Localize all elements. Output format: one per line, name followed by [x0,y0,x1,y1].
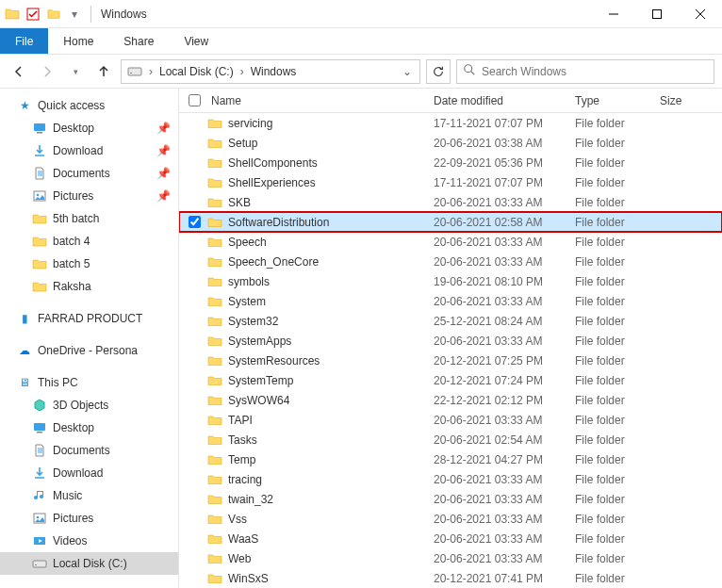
close-button[interactable] [679,0,722,28]
up-button[interactable] [92,60,115,83]
qat-folder-icon[interactable] [45,6,62,23]
nav-pc-item[interactable]: Desktop [0,416,178,439]
file-name-cell[interactable]: System [205,294,428,309]
nav-quick-access[interactable]: ★ Quick access [0,94,178,117]
back-button[interactable] [8,60,30,83]
qat-dropdown-icon[interactable]: ▾ [66,6,83,23]
table-row[interactable]: SysWOW64 22-12-2021 02:12 PM File folder [179,390,722,410]
table-row[interactable]: Setup 20-06-2021 03:38 AM File folder [179,133,722,153]
nav-pc-item[interactable]: Download [0,462,178,484]
table-row[interactable]: servicing 17-11-2021 07:07 PM File folde… [179,113,722,133]
column-type[interactable]: Type [569,94,654,107]
file-name-cell[interactable]: Tasks [205,433,428,448]
nav-pc-item[interactable]: Documents [0,439,178,462]
nav-pc-item[interactable]: 3D Objects [0,394,178,416]
table-row[interactable]: ShellExperiences 17-11-2021 07:07 PM Fil… [179,172,722,192]
nav-qa-item[interactable]: Desktop📌 [0,117,178,139]
table-row[interactable]: System32 25-12-2021 08:24 AM File folder [179,311,722,331]
nav-qa-item[interactable]: 5th batch [0,207,178,230]
table-row[interactable]: Vss 20-06-2021 03:33 AM File folder [179,509,722,529]
table-row[interactable]: TAPI 20-06-2021 03:33 AM File folder [179,410,722,430]
nav-qa-item[interactable]: Download📌 [0,139,178,162]
file-name-cell[interactable]: SystemTemp [205,373,428,388]
forward-button[interactable] [36,60,58,83]
nav-qa-item[interactable]: Documents📌 [0,162,178,185]
file-name-cell[interactable]: ShellExperiences [205,175,428,190]
table-row[interactable]: Speech 20-06-2021 03:33 AM File folder [179,232,722,252]
file-name-cell[interactable]: symbols [205,274,428,289]
table-row[interactable]: WaaS 20-06-2021 03:33 AM File folder [179,529,722,548]
file-name-cell[interactable]: Vss [205,512,428,527]
nav-pc-item[interactable]: Local Disk (C:) [0,552,178,575]
file-name-cell[interactable]: twain_32 [205,492,428,507]
nav-qa-item[interactable]: Raksha [0,275,178,298]
qat-checkbox-icon[interactable] [25,6,41,23]
file-name-cell[interactable]: servicing [205,116,428,131]
table-row[interactable]: Temp 28-12-2021 04:27 PM File folder [179,449,722,469]
select-all-checkbox[interactable] [183,94,205,106]
table-row[interactable]: symbols 19-06-2021 08:10 PM File folder [179,271,722,291]
table-row[interactable]: tracing 20-06-2021 03:33 AM File folder [179,469,722,489]
table-row[interactable]: System 20-06-2021 03:33 AM File folder [179,291,722,311]
file-list[interactable]: servicing 17-11-2021 07:07 PM File folde… [179,113,722,588]
file-name-cell[interactable]: WaaS [205,531,428,547]
tab-share[interactable]: Share [108,28,169,54]
recent-locations-button[interactable]: ▾ [64,60,87,83]
table-row[interactable]: Tasks 20-06-2021 02:54 AM File folder [179,430,722,449]
tab-home[interactable]: Home [48,28,108,54]
file-name-cell[interactable]: Web [205,551,428,566]
file-name-cell[interactable]: SystemApps [205,334,428,349]
file-name-cell[interactable]: SoftwareDistribution [205,215,428,230]
column-name[interactable]: Name [205,94,428,107]
file-name-cell[interactable]: SKB [205,195,428,210]
maximize-button[interactable] [635,0,679,28]
file-name-cell[interactable]: Speech [205,235,428,250]
search-input[interactable] [482,65,708,78]
file-name-cell[interactable]: WinSxS [205,571,428,586]
table-row[interactable]: SystemTemp 20-12-2021 07:24 PM File fold… [179,370,722,390]
nav-pc-item[interactable]: Music [0,484,178,507]
table-row[interactable]: WinSxS 20-12-2021 07:41 PM File folder [179,568,722,588]
chevron-right-icon[interactable]: › [146,65,156,78]
navigation-pane[interactable]: ★ Quick access Desktop📌Download📌Document… [0,89,179,588]
table-row[interactable]: SoftwareDistribution 20-06-2021 02:58 AM… [179,212,722,232]
file-name-cell[interactable]: Temp [205,452,428,467]
file-name-cell[interactable]: SystemResources [205,353,428,368]
column-date[interactable]: Date modified [428,94,569,107]
table-row[interactable]: SKB 20-06-2021 03:33 AM File folder [179,192,722,212]
nav-qa-item[interactable]: batch 4 [0,230,178,253]
table-row[interactable]: Web 20-06-2021 03:33 AM File folder [179,548,722,568]
nav-pc-item[interactable]: Pictures [0,507,178,530]
file-name-cell[interactable]: System32 [205,314,428,329]
minimize-button[interactable] [592,0,635,28]
table-row[interactable]: Speech_OneCore 20-06-2021 03:33 AM File … [179,252,722,271]
folder-icon [207,314,222,329]
file-name-cell[interactable]: tracing [205,472,428,487]
nav-qa-item[interactable]: Pictures📌 [0,185,178,207]
nav-onedrive[interactable]: ☁ OneDrive - Persona [0,339,178,362]
table-row[interactable]: ShellComponents 22-09-2021 05:36 PM File… [179,153,722,172]
breadcrumb-segment[interactable]: Windows [247,60,301,83]
search-box[interactable] [456,59,714,84]
tab-view[interactable]: View [169,28,223,54]
file-name-cell[interactable]: ShellComponents [205,155,428,171]
table-row[interactable]: SystemResources 20-12-2021 07:25 PM File… [179,351,722,370]
breadcrumb-segment[interactable]: Local Disk (C:) [156,60,238,83]
chevron-right-icon[interactable]: › [238,65,247,78]
breadcrumb-dropdown-icon[interactable]: ⌄ [397,65,418,78]
file-name-cell[interactable]: TAPI [205,413,428,428]
nav-farrad[interactable]: ▮ FARRAD PRODUCT [0,307,178,330]
file-name-cell[interactable]: Setup [205,136,428,151]
nav-pc-item[interactable]: Videos [0,530,178,552]
breadcrumb[interactable]: › Local Disk (C:) › Windows ⌄ [121,59,420,84]
table-row[interactable]: SystemApps 20-06-2021 03:33 AM File fold… [179,331,722,351]
row-checkbox[interactable] [183,216,205,228]
column-size[interactable]: Size [654,94,701,107]
nav-qa-item[interactable]: batch 5 [0,253,178,275]
file-name-cell[interactable]: SysWOW64 [205,393,428,408]
table-row[interactable]: twain_32 20-06-2021 03:33 AM File folder [179,489,722,509]
nav-this-pc[interactable]: 🖥 This PC [0,371,178,394]
file-tab[interactable]: File [0,28,48,54]
refresh-button[interactable] [426,59,451,84]
file-name-cell[interactable]: Speech_OneCore [205,254,428,270]
